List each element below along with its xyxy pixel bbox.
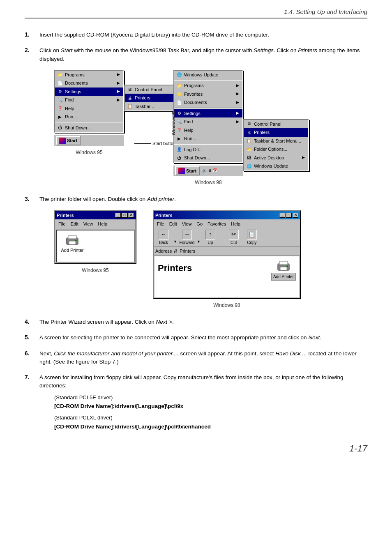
menu-file: File — [56, 220, 68, 228]
add-printer-icon — [66, 234, 79, 245]
step-3: 3. The printer folder will open. Double … — [25, 195, 367, 311]
toolbar-divider — [222, 232, 222, 243]
win98-control-panel: 🖥 Control Panel — [244, 120, 308, 129]
cut-icon: ✂ — [229, 230, 239, 240]
page-header: 1.4. Setting Up and Interfacing — [25, 8, 367, 18]
win95-taskbar: Start — [54, 134, 124, 146]
svg-point-7 — [286, 265, 288, 267]
win95-caption: Windows 95 — [76, 149, 102, 156]
win98-titlebar-icons: _ □ ✕ — [279, 213, 298, 218]
step-4-number: 4. — [25, 318, 39, 325]
svg-rect-1 — [68, 235, 76, 239]
back-icon: ← — [159, 230, 168, 240]
help-icon: ❓ — [57, 105, 63, 112]
close-button: ✕ — [128, 213, 134, 218]
win98-minimize: _ — [279, 213, 285, 218]
toolbar-separator1: ▼ — [173, 239, 177, 246]
cut-button: ✂ Cut — [226, 230, 242, 246]
menu-edit: Edit — [68, 220, 81, 228]
printers-icon: 🖨 — [127, 94, 133, 101]
menu-programs: 📁 Programs ▶ — [55, 71, 123, 79]
printers-right-panel: Add Printer — [271, 260, 296, 281]
win98-restore: □ — [286, 213, 292, 218]
menu-help-bar: Help — [95, 220, 110, 228]
win98-settings-submenu: 🖥 Control Panel 🖨 Printers 📋 Taskbar & — [243, 119, 309, 171]
win98-edit: Edit — [167, 220, 180, 228]
copy-icon: 📋 — [247, 230, 257, 240]
page-number: 1-17 — [349, 443, 367, 454]
win95-printers-title: Printers — [57, 212, 74, 219]
win98-printers-window: Printers _ □ ✕ File Edit View — [153, 210, 301, 299]
section-title: 1.4. Setting Up and Interfacing — [284, 8, 367, 15]
win98-printers-titlebar: Printers _ □ ✕ — [154, 211, 300, 220]
step-4: 4. The Printer Wizard screen will appear… — [25, 318, 367, 326]
win95-printers-menubar: File Edit View Help — [55, 219, 136, 229]
win95-start-menu: 📁 Programs ▶ 📄 Documents ▶ ⚙ Settings ▶ — [54, 70, 124, 133]
active-desktop-icon: 🖼 — [246, 154, 252, 161]
win98-taskbar-icons: 🔊 🖥 📅 — [202, 168, 217, 174]
step-3-text: The printer folder will open. Double cli… — [39, 196, 176, 202]
shutdown-icon: ⏻ — [57, 124, 63, 131]
win95-printers-client: Add Printer — [56, 230, 135, 263]
win98-active-desktop: 🖼 Active Desktop ▶ — [244, 154, 308, 162]
settings-icon: ⚙ — [57, 88, 63, 95]
win98-wu-icon: 🌐 — [246, 163, 252, 169]
control-panel-icon: 🖥 — [127, 86, 133, 93]
step-3-content: The printer folder will open. Double cli… — [39, 195, 367, 311]
address-value: Printers — [180, 248, 195, 255]
minimize-button: _ — [115, 213, 121, 218]
dir-label-pclxl: (Standard PCLXL driver) — [54, 414, 353, 422]
menu-view: View — [81, 220, 96, 228]
add-printer-98-label: Add Printer — [271, 273, 296, 281]
win98-view: View — [180, 220, 194, 228]
step-7-content: A screen for installing from floppy disk… — [39, 373, 367, 434]
menu-help: ❓ Help — [55, 104, 123, 113]
menu-settings-highlighted: ⚙ Settings ▶ — [55, 88, 123, 96]
win98-printers: 🖨 Printers — [244, 128, 308, 137]
step-1-content: Insert the supplied CD-ROM (Kyocera Digi… — [39, 31, 367, 39]
forward-icon: → — [182, 230, 192, 240]
win98-close: ✕ — [293, 213, 298, 218]
up-icon: ↑ — [205, 230, 215, 240]
printer-svg — [66, 234, 79, 245]
forward-button: → Forward — [179, 230, 195, 246]
step-5-number: 5. — [25, 334, 39, 341]
address-icon: 🖨 — [173, 248, 178, 255]
win98-taskbar-icon: 📋 — [246, 138, 252, 144]
win98-printers-icon: 🖨 — [246, 129, 252, 136]
restore-button: □ — [122, 213, 127, 218]
win95-printers-caption: Windows 95 — [82, 267, 108, 274]
menu-documents: 📄 Documents ▶ — [55, 79, 123, 88]
up-button: ↑ Up — [202, 230, 219, 246]
step-4-content: The Printer Wizard screen will appear. C… — [39, 318, 367, 326]
win98-taskbar: 📋 Taskbar & Start Menu... — [244, 137, 308, 145]
back-button: ← Back — [155, 230, 172, 246]
step-5-content: A screen for selecting the printer to be… — [39, 334, 367, 342]
win98-windows-update2: 🌐 Windows Update — [244, 162, 308, 170]
step-6: 6. Next, Click the manufacturer and mode… — [25, 350, 367, 366]
win98-cp-icon: 🖥 — [246, 121, 252, 127]
menu-run: ▶ Run... — [55, 113, 123, 121]
step-6-content: Next, Click the manufacturer and model o… — [39, 350, 367, 366]
win98-screenshot-block: 🌐 Windows Update 📁 Programs ▶ ⭐ — [173, 70, 243, 187]
folder-options-icon: 📂 — [246, 146, 252, 152]
add-printer-95: Add Printer — [60, 234, 85, 254]
step-3-number: 3. — [25, 195, 39, 202]
win98-printers-block: Printers _ □ ✕ File Edit View — [153, 210, 301, 309]
menu-shutdown: ⏻ Shut Down... — [55, 124, 123, 132]
copy-button: 📋 Copy — [244, 230, 260, 246]
printer-icon-98 — [277, 260, 290, 271]
step-2-content: Click on Start with the mouse on the Win… — [39, 46, 367, 188]
win98-printers-client: Printers Add Printer — [154, 256, 299, 297]
win98-menu-container: 🌐 Windows Update 📁 Programs ▶ ⭐ — [173, 70, 243, 177]
toolbar-separator2: ▼ — [197, 239, 201, 246]
step-7-number: 7. — [25, 373, 39, 380]
svg-point-3 — [75, 240, 77, 241]
win98-label: Windows98 — [170, 111, 177, 135]
win98-file: File — [154, 220, 167, 228]
documents-icon: 📄 — [57, 80, 63, 86]
menu-find: 🔍 Find ▶ — [55, 96, 123, 104]
win98-go: Go — [194, 220, 205, 228]
address-label: Address — [155, 248, 172, 255]
programs-icon: 📁 — [57, 71, 63, 78]
